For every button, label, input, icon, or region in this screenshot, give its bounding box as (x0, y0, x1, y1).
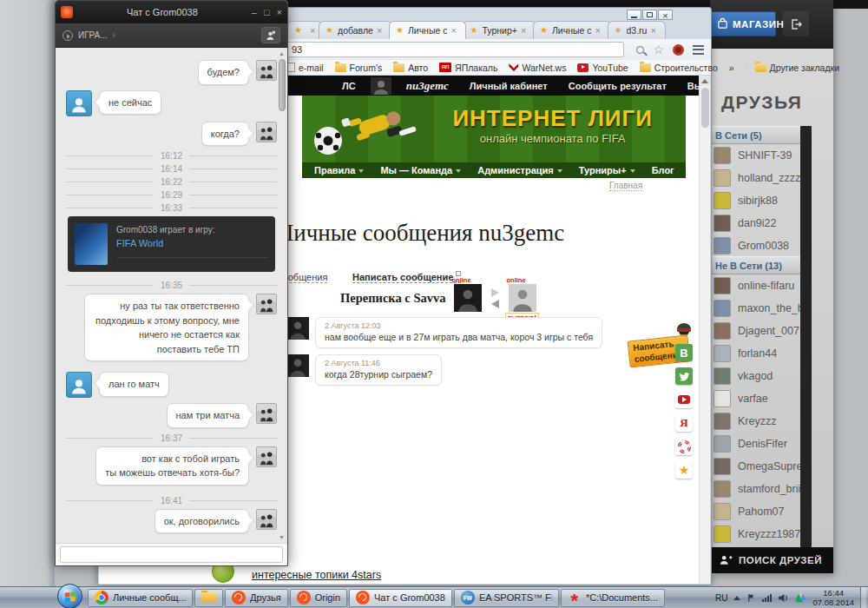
bookmark-item[interactable]: Строительство (640, 63, 718, 73)
friend-row[interactable]: OmegaSuprem (710, 455, 800, 478)
menu-icon[interactable] (693, 45, 704, 55)
friend-row[interactable]: Djagent_007 (710, 320, 800, 342)
friend-row[interactable]: maxon_the_be (710, 297, 800, 320)
taskbar-button[interactable]: *C:\Documents... (561, 589, 665, 607)
start-button[interactable] (57, 584, 82, 608)
nav-cabinet-link[interactable]: Личный кабинет (470, 81, 548, 91)
scroll-up-icon[interactable] (700, 76, 710, 86)
site-menu-item[interactable]: Правила (314, 165, 364, 175)
friend-row[interactable]: holland_zzzzz (710, 167, 800, 189)
browser-tab[interactable]: Личные с (533, 21, 611, 39)
friend-avatar (713, 525, 731, 543)
browser-tab[interactable]: Турнир+ (463, 21, 536, 39)
friend-row[interactable]: SHNIFT-39 (710, 144, 800, 167)
extension-icon[interactable] (673, 44, 684, 56)
friend-row[interactable]: DenisFifer (710, 433, 800, 455)
bookmark-item[interactable]: ЯПЯПлакаль (439, 63, 497, 73)
find-friends-button[interactable]: ПОИСК ДРУЗЕЙ (710, 547, 833, 573)
bookmark-star-icon[interactable] (653, 42, 664, 57)
minimize-button[interactable] (252, 8, 257, 17)
site-menu-item[interactable]: Турниры+ (579, 165, 635, 175)
bookmark-item[interactable]: WarNet.ws (509, 63, 566, 73)
drive-icon[interactable] (795, 593, 806, 603)
bookmark-item[interactable]: Авто (393, 63, 428, 73)
zoom-icon[interactable] (636, 46, 644, 54)
cap-icon[interactable] (675, 321, 693, 338)
browser-tab[interactable]: р+ (287, 21, 322, 39)
browser-tab[interactable]: d3.ru (608, 21, 667, 39)
topics-link[interactable]: интересные топики 4stars (252, 569, 381, 581)
star-icon[interactable] (675, 461, 693, 479)
tab-close-icon[interactable] (650, 25, 659, 36)
twitter-icon[interactable] (675, 367, 693, 385)
friend-row[interactable]: Grom0038 (710, 235, 800, 257)
minimize-button[interactable] (627, 10, 641, 20)
lifebuoy-icon[interactable] (675, 438, 693, 455)
game-bar-label[interactable]: ИГРА... (78, 30, 108, 40)
taskbar-button[interactable]: Origin (290, 589, 347, 607)
yandex-icon[interactable]: Я (675, 414, 693, 432)
invite-to-game-button[interactable] (261, 27, 280, 43)
offline-section-header[interactable]: Не В Сети (13) (710, 256, 812, 274)
browser-tab[interactable]: добавле (319, 21, 392, 39)
site-menu-item[interactable]: Администрация (477, 165, 562, 175)
network-icon[interactable] (762, 594, 772, 602)
close-button[interactable] (658, 10, 673, 20)
friends-scrollbar[interactable] (800, 126, 812, 547)
friend-row[interactable]: sibirjk88 (710, 189, 800, 212)
site-menu-item[interactable]: Блог (652, 165, 674, 175)
maximize-button[interactable] (264, 8, 270, 17)
vk-icon[interactable]: В (675, 344, 693, 361)
tab-close-icon[interactable] (377, 25, 385, 36)
bookmark-item[interactable]: YouTube (577, 63, 628, 73)
tab-close-icon[interactable] (595, 25, 604, 36)
friend-row[interactable]: vkagod (710, 365, 800, 387)
site-menu-item[interactable]: Мы — Команда (380, 165, 461, 175)
volume-icon[interactable] (778, 593, 789, 603)
scrollbar-thumb[interactable] (279, 59, 286, 111)
friend-row[interactable]: varfae (710, 387, 800, 410)
hidden-icons-arrow[interactable] (733, 596, 740, 600)
show-desktop-button[interactable] (860, 587, 866, 608)
friend-row[interactable]: stamford_briid (710, 478, 800, 500)
friend-row[interactable]: Kreyzzz (710, 410, 800, 433)
taskbar-button[interactable]: Чат с Grom0038 (349, 589, 452, 607)
nav-username[interactable]: nu3gemc (406, 79, 449, 93)
taskbar-button[interactable]: Личные сообщ... (88, 589, 193, 607)
write-message-link[interactable]: Написать сообщение (352, 271, 461, 283)
browser-tab[interactable]: Личные с (389, 21, 467, 39)
chat-input[interactable] (60, 546, 283, 563)
chat-message-area[interactable]: будем? не сейчас когда? 16:1216:1416:221… (56, 48, 287, 543)
restore-button[interactable] (642, 10, 657, 20)
tab-close-icon[interactable] (521, 25, 529, 36)
game-link[interactable]: FIFA World (116, 238, 268, 248)
friend-row[interactable]: Kreyzzz1987 (710, 523, 800, 545)
taskbar-button[interactable]: FWEA SPORTS™ FI... (454, 589, 559, 607)
tab-close-icon[interactable] (310, 25, 319, 36)
online-section-header[interactable]: В Сети (5) (710, 126, 812, 144)
clock[interactable]: 16:4407.08.2014 (812, 588, 854, 608)
friend-row[interactable]: forlan44 (710, 342, 800, 365)
flag-icon[interactable] (746, 593, 756, 603)
scrollbar-thumb[interactable] (701, 88, 709, 128)
page-scrollbar[interactable] (699, 76, 710, 584)
bookmark-item[interactable]: Forum's (335, 63, 383, 73)
youtube-icon[interactable] (675, 391, 693, 408)
close-button[interactable] (277, 8, 282, 17)
tab-close-icon[interactable] (450, 25, 459, 36)
friend-row[interactable]: Pahom07 (710, 500, 800, 523)
taskbar-button[interactable]: Друзья (225, 589, 288, 607)
chat-scrollbar[interactable] (278, 50, 286, 540)
language-indicator[interactable]: RU (715, 593, 727, 603)
nav-messages-link[interactable]: ЛС (342, 81, 356, 91)
bookmark-item[interactable]: e-mail (287, 63, 324, 73)
friend-row[interactable]: online-fifaru (710, 274, 800, 297)
logout-icon[interactable] (783, 11, 809, 36)
taskbar-button[interactable] (194, 589, 223, 607)
store-button[interactable]: МАГАЗИН (710, 11, 776, 36)
bookmark-item[interactable]: » (729, 63, 734, 73)
breadcrumb[interactable]: Главная (609, 181, 642, 191)
nav-report-link[interactable]: Сообщить результат (569, 81, 667, 91)
bookmark-item[interactable]: Другие закладки (746, 63, 839, 73)
friend-row[interactable]: dan9i22 (710, 212, 800, 235)
